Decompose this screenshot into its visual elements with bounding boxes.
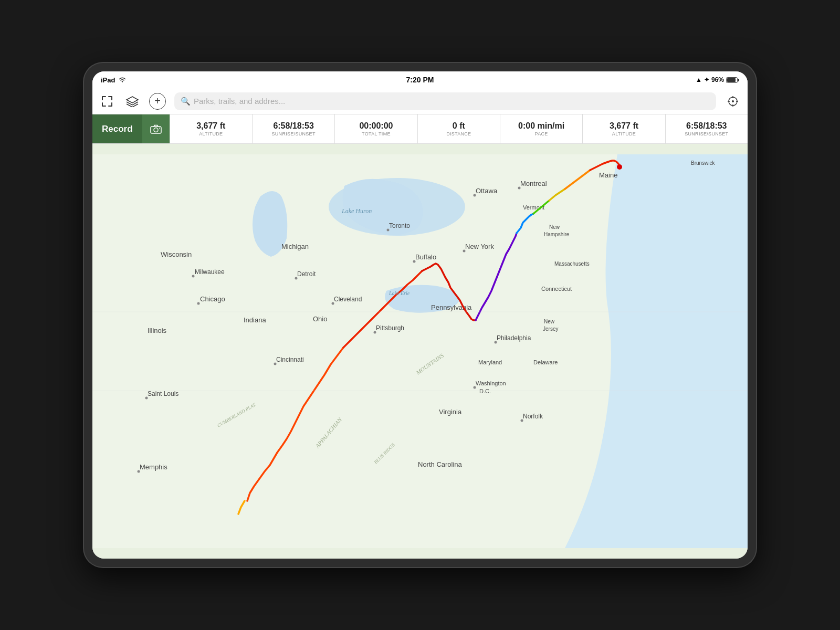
stat-label: PACE <box>535 131 548 136</box>
svg-point-62 <box>474 386 476 389</box>
svg-point-0 <box>122 81 123 82</box>
stat-value: 0:00 min/mi <box>518 121 564 131</box>
carrier-label: iPad <box>101 76 115 84</box>
svg-text:D.C.: D.C. <box>479 388 491 394</box>
stat-pace: 0:00 min/mi PACE <box>500 114 582 143</box>
toolbar: Record 3,677 ft ALTITUDE 6:58/18:53 SUNR… <box>92 114 748 144</box>
svg-text:Wisconsin: Wisconsin <box>161 250 192 258</box>
svg-text:Connecticut: Connecticut <box>541 286 572 292</box>
svg-point-38 <box>413 260 416 263</box>
svg-text:Lake Huron: Lake Huron <box>341 207 372 215</box>
svg-text:Chicago: Chicago <box>200 295 225 303</box>
svg-text:North Carolina: North Carolina <box>418 460 463 468</box>
stat-value: 0 ft <box>453 121 465 131</box>
stat-label: DISTANCE <box>446 131 471 136</box>
bluetooth-icon: ✦ <box>704 76 709 83</box>
svg-point-26 <box>295 277 298 280</box>
svg-text:Norfolk: Norfolk <box>523 413 543 420</box>
svg-text:Hampshire: Hampshire <box>544 232 570 237</box>
svg-text:Illinois: Illinois <box>148 327 167 334</box>
battery-percent: 96% <box>711 76 724 83</box>
svg-text:Ohio: Ohio <box>313 315 327 323</box>
svg-text:Brunswick: Brunswick <box>691 160 716 166</box>
stat-value: 3,677 ft <box>610 121 638 131</box>
stat-distance: 0 ft DISTANCE <box>417 114 500 143</box>
svg-point-28 <box>332 302 334 305</box>
stat-label: SUNRISE/SUNSET <box>685 131 728 136</box>
search-bar[interactable]: 🔍 Parks, trails, and addres... <box>174 92 716 110</box>
svg-text:Jersey: Jersey <box>543 326 558 332</box>
svg-text:Milwaukee: Milwaukee <box>195 268 225 276</box>
device-screen: iPad 7:20 PM ▲ ✦ 96% <box>92 71 748 559</box>
stat-altitude-1: 3,677 ft ALTITUDE <box>170 114 252 143</box>
svg-point-8 <box>154 128 158 132</box>
svg-text:Ottawa: Ottawa <box>476 187 498 195</box>
layers-button[interactable] <box>124 93 141 110</box>
stat-sunrise-2: 6:58/18:53 SUNRISE/SUNSET <box>665 114 748 143</box>
svg-text:Indiana: Indiana <box>244 316 266 324</box>
nav-bar: + 🔍 Parks, trails, and addres... <box>92 88 748 114</box>
add-button[interactable]: + <box>149 93 166 110</box>
stat-value: 3,677 ft <box>196 121 225 131</box>
map-svg: MOUNTAINS APPALACHIAN CUMBERLAND PLAT. B… <box>92 144 748 559</box>
stat-label: SUNRISE/SUNSET <box>271 131 315 136</box>
svg-point-36 <box>138 470 140 473</box>
svg-text:Detroit: Detroit <box>297 270 316 278</box>
svg-text:Cincinnati: Cincinnati <box>276 356 304 363</box>
stat-value: 6:58/18:53 <box>686 121 727 131</box>
time-display: 7:20 PM <box>406 76 434 84</box>
stat-label: TOTAL TIME <box>362 131 391 136</box>
svg-text:Pittsburgh: Pittsburgh <box>376 324 404 332</box>
svg-point-32 <box>274 363 277 365</box>
svg-point-40 <box>387 229 390 232</box>
svg-point-65 <box>521 419 523 422</box>
search-placeholder: Parks, trails, and addres... <box>194 97 285 106</box>
svg-text:Philadelphia: Philadelphia <box>497 334 531 342</box>
status-right: ▲ ✦ 96% <box>696 76 739 83</box>
record-button[interactable]: Record <box>92 114 142 143</box>
stat-altitude-2: 3,677 ft ALTITUDE <box>582 114 665 143</box>
svg-text:Saint Louis: Saint Louis <box>148 390 178 397</box>
camera-button[interactable] <box>142 114 170 143</box>
stat-label: ALTITUDE <box>199 131 223 136</box>
location-icon: ▲ <box>696 76 702 83</box>
svg-text:Delaware: Delaware <box>533 359 558 365</box>
svg-text:Buffalo: Buffalo <box>415 253 436 261</box>
svg-point-21 <box>197 302 200 305</box>
expand-button[interactable] <box>99 93 116 110</box>
battery-icon <box>726 77 739 83</box>
stat-sunrise: 6:58/18:53 SUNRISE/SUNSET <box>252 114 334 143</box>
stat-label: ALTITUDE <box>612 131 636 136</box>
svg-text:Toronto: Toronto <box>389 222 410 229</box>
svg-point-67 <box>617 164 622 170</box>
svg-text:Maryland: Maryland <box>478 359 502 365</box>
stat-total-time: 00:00:00 TOTAL TIME <box>334 114 417 143</box>
svg-point-2 <box>732 100 734 102</box>
svg-text:Massachusetts: Massachusetts <box>554 261 590 267</box>
svg-text:Washington: Washington <box>476 380 506 386</box>
svg-text:New: New <box>549 224 560 230</box>
svg-point-34 <box>145 397 148 400</box>
svg-text:Memphis: Memphis <box>140 463 167 471</box>
search-icon: 🔍 <box>181 97 191 106</box>
status-left: iPad <box>101 76 127 84</box>
svg-point-46 <box>463 250 466 253</box>
device-frame: iPad 7:20 PM ▲ ✦ 96% <box>84 63 756 567</box>
wifi-icon <box>118 76 127 84</box>
svg-point-42 <box>474 194 476 197</box>
plus-icon: + <box>154 95 161 107</box>
svg-text:New York: New York <box>465 243 494 250</box>
status-bar: iPad 7:20 PM ▲ ✦ 96% <box>92 71 748 88</box>
svg-point-9 <box>159 128 160 129</box>
svg-text:Michigan: Michigan <box>281 243 309 250</box>
svg-text:New: New <box>544 319 555 324</box>
svg-point-19 <box>192 275 195 278</box>
map-area[interactable]: MOUNTAINS APPALACHIAN CUMBERLAND PLAT. B… <box>92 144 748 559</box>
svg-text:Virginia: Virginia <box>439 408 462 416</box>
location-button[interactable] <box>724 93 741 110</box>
svg-text:Lake Erie: Lake Erie <box>388 290 410 296</box>
stat-value: 6:58/18:53 <box>273 121 313 131</box>
svg-text:Cleveland: Cleveland <box>334 296 362 303</box>
svg-text:Montreal: Montreal <box>520 180 547 187</box>
svg-point-30 <box>374 331 376 334</box>
